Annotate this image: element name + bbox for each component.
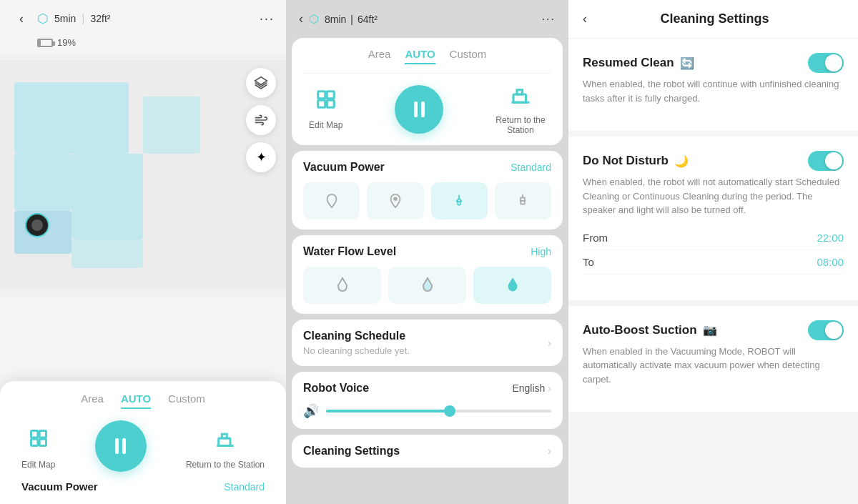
svg-rect-6	[72, 239, 143, 268]
dnd-item: Do Not Disturb 🌙 When enabled, the robot…	[583, 151, 844, 275]
robot-icon: ⬡	[37, 11, 49, 26]
auto-boost-knob	[825, 322, 842, 339]
mode-tabs: Area AUTO Custom	[14, 392, 272, 409]
more-button[interactable]: ···	[260, 11, 275, 26]
auto-boost-section: Auto-Boost Suction 📷 When enabled in the…	[568, 306, 858, 418]
ctrl-pause-button[interactable]	[395, 85, 443, 134]
map-topbar: ‹ ⬡ 5min | 32ft² ···	[0, 0, 286, 37]
settings-back-button[interactable]: ‹	[583, 11, 587, 26]
vacuum-section-title: Vacuum Power	[303, 161, 385, 174]
water-levels	[303, 267, 551, 304]
vacuum-power-value: Standard	[224, 481, 265, 493]
svg-point-25	[394, 197, 397, 200]
layers-button[interactable]	[246, 68, 276, 98]
sparkle-button[interactable]: ✦	[246, 142, 276, 172]
ctrl-tab-area[interactable]: Area	[368, 48, 391, 64]
robot-voice-title: Robot Voice	[303, 382, 369, 395]
ctrl-area: 64ft²	[358, 14, 378, 25]
resumed-clean-toggle[interactable]	[808, 53, 844, 73]
vacuum-power-row: Vacuum Power Standard	[14, 480, 272, 493]
cleaning-schedule-item[interactable]: Cleaning Schedule No cleaning schedule y…	[303, 330, 551, 356]
cleaning-schedule-sub: No cleaning schedule yet.	[303, 345, 410, 356]
dnd-from-row[interactable]: From 22:00	[583, 226, 844, 250]
bottom-control-card: Area AUTO Custom Edit Map	[0, 381, 286, 504]
ctrl-back-button[interactable]: ‹	[299, 11, 303, 26]
water-level-low[interactable]	[303, 267, 381, 304]
dnd-icon: 🌙	[674, 154, 689, 168]
robot-voice-card: Robot Voice English › 🔊	[292, 372, 563, 429]
svg-rect-16	[222, 434, 227, 438]
auto-boost-item: Auto-Boost Suction 📷 When enabled in the…	[583, 320, 844, 387]
power-level-max[interactable]	[495, 182, 551, 219]
auto-boost-desc: When enabled in the Vacuuming Mode, ROBO…	[583, 345, 844, 387]
power-level-normal[interactable]	[367, 182, 423, 219]
svg-rect-19	[327, 92, 334, 99]
wind-button[interactable]	[246, 105, 276, 135]
svg-rect-22	[513, 94, 526, 102]
auto-boost-toggle[interactable]	[808, 320, 844, 340]
ctrl-time: 8min	[325, 14, 346, 25]
ctrl-tab-auto[interactable]: AUTO	[405, 48, 435, 64]
tab-auto[interactable]: AUTO	[121, 392, 151, 409]
dnd-toggle[interactable]	[808, 151, 844, 171]
voice-language-button[interactable]: English ›	[512, 382, 551, 394]
dnd-section: Do Not Disturb 🌙 When enabled, the robot…	[568, 137, 858, 306]
ctrl-return-station-button[interactable]: Return to the Station	[495, 84, 546, 135]
dnd-desc: When enabled, the robot will not automat…	[583, 175, 844, 217]
water-level-medium[interactable]	[388, 267, 466, 304]
time-display: 5min	[54, 13, 76, 24]
ctrl-pause-icon	[414, 102, 425, 117]
tab-area[interactable]: Area	[81, 392, 104, 409]
battery-row: 19%	[0, 37, 286, 54]
svg-rect-21	[327, 100, 334, 107]
edit-map-icon	[23, 423, 54, 454]
volume-thumb[interactable]	[444, 405, 455, 417]
vacuum-section-value: Standard	[511, 162, 551, 173]
auto-boost-name: Auto-Boost Suction 📷	[583, 323, 717, 337]
vacuum-power-card: Vacuum Power Standard	[292, 151, 563, 229]
water-section-row: Water Flow Level High	[303, 245, 551, 258]
dnd-to-row[interactable]: To 08:00	[583, 250, 844, 275]
ctrl-tabs: Area AUTO Custom	[303, 48, 551, 74]
dnd-row: Do Not Disturb 🌙	[583, 151, 844, 171]
svg-point-8	[31, 219, 43, 231]
dnd-to-value: 08:00	[817, 256, 844, 268]
water-level-high[interactable]	[473, 267, 551, 304]
ctrl-edit-map-label: Edit Map	[309, 120, 342, 130]
cleaning-settings-item[interactable]: Cleaning Settings ›	[303, 445, 551, 458]
ctrl-edit-map-icon	[315, 89, 337, 114]
water-flow-card: Water Flow Level High	[292, 235, 563, 314]
ctrl-more-button[interactable]: ···	[542, 13, 556, 26]
svg-rect-12	[39, 431, 46, 438]
svg-rect-4	[143, 97, 200, 154]
power-level-eco[interactable]	[303, 182, 360, 219]
cleaning-settings-card[interactable]: Cleaning Settings ›	[292, 435, 563, 468]
volume-slider[interactable]	[326, 410, 551, 412]
return-station-button[interactable]: Return to the Station	[186, 423, 265, 470]
cleaning-schedule-arrow: ›	[548, 337, 551, 350]
back-button[interactable]: ‹	[11, 9, 31, 29]
pause-button[interactable]	[95, 420, 147, 472]
cleaning-schedule-card[interactable]: Cleaning Schedule No cleaning schedule y…	[292, 320, 563, 366]
edit-map-button[interactable]: Edit Map	[21, 423, 55, 470]
volume-icon: 🔊	[303, 403, 319, 419]
power-level-medium[interactable]	[431, 182, 488, 219]
resumed-clean-item: Resumed Clean 🔄 When enabled, the robot …	[583, 53, 844, 105]
vacuum-power-label: Vacuum Power	[21, 480, 98, 493]
main-control-card: Area AUTO Custom Edit Map	[292, 38, 563, 145]
control-row: Edit Map Return to the Station	[14, 420, 272, 472]
cleaning-settings-arrow: ›	[548, 445, 551, 458]
map-controls: ✦	[246, 68, 276, 172]
settings-title: Cleaning Settings	[598, 11, 831, 26]
svg-rect-20	[317, 100, 325, 107]
ctrl-return-station-icon	[510, 84, 531, 109]
ctrl-edit-map-button[interactable]: Edit Map	[309, 89, 342, 130]
tab-custom[interactable]: Custom	[168, 392, 205, 409]
voice-arrow: ›	[548, 382, 551, 394]
map-area: ✦	[0, 54, 286, 297]
pause-icon	[115, 438, 126, 454]
resumed-clean-desc: When enabled, the robot will continue wi…	[583, 77, 844, 105]
resumed-clean-knob	[825, 54, 842, 71]
ctrl-tab-custom[interactable]: Custom	[450, 48, 487, 64]
water-section-title: Water Flow Level	[303, 245, 396, 258]
